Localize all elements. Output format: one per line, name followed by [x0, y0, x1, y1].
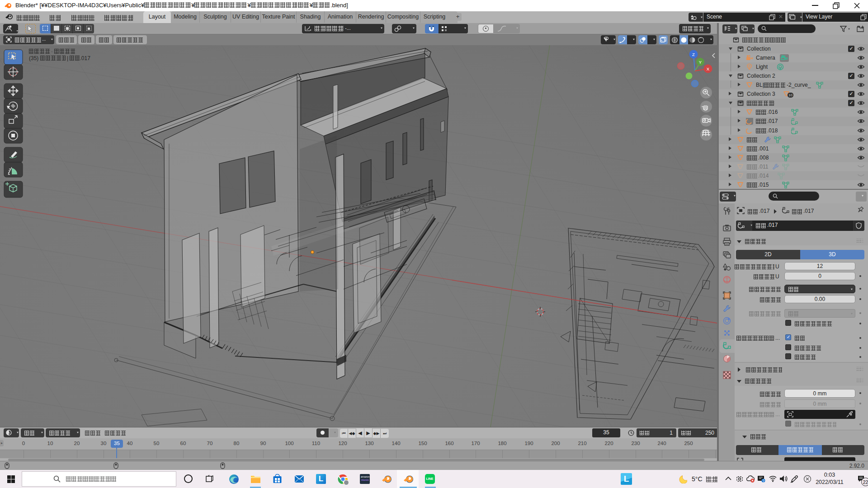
svg-text:Z: Z	[692, 52, 695, 57]
svg-text:X: X	[707, 66, 710, 71]
svg-text:Y: Y	[699, 60, 702, 65]
